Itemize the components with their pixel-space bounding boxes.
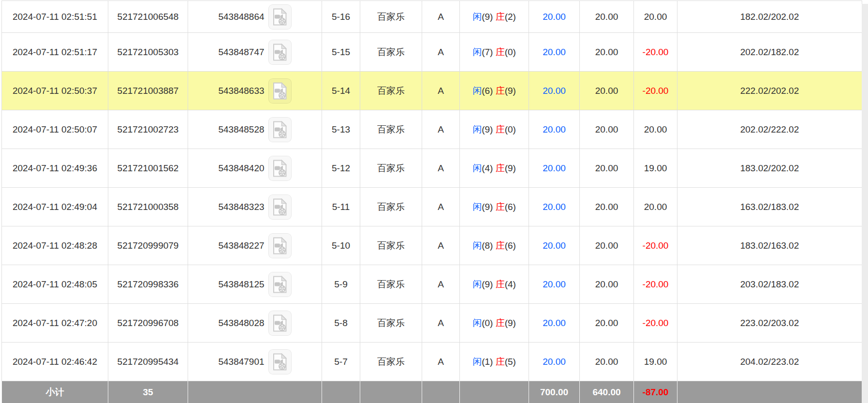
record-row[interactable]: 2024-07-11 02:47:20 521720996708 5438480…	[2, 304, 862, 343]
video-file-replay-icon	[272, 8, 288, 26]
video-file-replay-icon	[272, 82, 288, 100]
video-replay-button[interactable]	[268, 4, 292, 30]
subtotal-count: 35	[108, 381, 188, 403]
player-result-label: 闲	[472, 357, 482, 367]
round-id: 543848028	[218, 318, 264, 328]
scrollbar-track[interactable]	[862, 4, 868, 403]
table-no-cell: 5-14	[322, 72, 360, 110]
video-replay-button[interactable]	[268, 117, 292, 142]
video-replay-button[interactable]	[268, 40, 292, 65]
bet-time-cell: 2024-07-11 02:51:51	[2, 1, 108, 33]
video-file-replay-icon	[272, 121, 288, 138]
table-no-cell: 5-12	[322, 149, 360, 188]
table-no-cell: 5-16	[322, 1, 360, 33]
player-result-label: 闲	[472, 12, 482, 22]
banker-result-score: (9)	[505, 163, 516, 173]
winloss-cell: 19.00	[634, 343, 677, 381]
player-result-label: 闲	[472, 279, 482, 289]
bet-amount-link[interactable]: 20.00	[543, 47, 566, 57]
order-id-cell: 521721002723	[108, 110, 188, 149]
video-replay-button[interactable]	[268, 156, 292, 181]
valid-amount-cell: 20.00	[580, 188, 634, 226]
player-result-label: 闲	[472, 86, 482, 96]
banker-result-score: (6)	[505, 202, 516, 212]
record-row[interactable]: 2024-07-11 02:46:42 521720995434 5438479…	[2, 343, 862, 381]
video-replay-button[interactable]	[268, 194, 292, 220]
winloss-cell: 20.00	[634, 188, 677, 226]
winloss-cell: -20.00	[634, 72, 677, 110]
banker-result-label: 庄	[496, 12, 505, 22]
bet-time-cell: 2024-07-11 02:49:36	[2, 149, 108, 188]
player-result-score: (6)	[482, 86, 493, 96]
platform-tag-cell: A	[422, 110, 460, 149]
platform-tag-cell: A	[422, 1, 460, 33]
record-row[interactable]: 2024-07-11 02:50:07 521721002723 5438485…	[2, 110, 862, 149]
bet-amount-link[interactable]: 20.00	[543, 12, 566, 22]
banker-result-label: 庄	[496, 240, 505, 251]
record-row[interactable]: 2024-07-11 02:51:17 521721005303 5438487…	[2, 33, 862, 72]
result-cell: 闲(6) 庄(9)	[460, 72, 529, 110]
video-replay-button[interactable]	[268, 272, 292, 297]
record-row[interactable]: 2024-07-11 02:48:05 521720998336 5438481…	[2, 265, 862, 304]
round-id: 543848125	[218, 279, 264, 290]
round-cell: 543848028	[188, 304, 322, 343]
valid-amount-cell: 20.00	[580, 304, 634, 343]
game-type-cell: 百家乐	[360, 110, 422, 149]
bet-time-cell: 2024-07-11 02:50:37	[2, 72, 108, 110]
banker-result-label: 庄	[496, 47, 505, 57]
video-replay-button[interactable]	[268, 233, 292, 258]
bet-amount-link[interactable]: 20.00	[543, 357, 566, 367]
round-id: 543848864	[218, 12, 264, 22]
bet-amount-link[interactable]: 20.00	[543, 86, 566, 96]
bet-amount-link[interactable]: 20.00	[543, 279, 566, 289]
player-result-label: 闲	[472, 240, 482, 251]
subtotal-empty-tag	[422, 381, 460, 403]
record-row[interactable]: 2024-07-11 02:50:37 521721003887 5438486…	[2, 72, 862, 110]
game-type-cell: 百家乐	[360, 343, 422, 381]
video-replay-button[interactable]	[268, 78, 292, 104]
banker-result-score: (9)	[505, 86, 516, 96]
record-row[interactable]: 2024-07-11 02:48:28 521720999079 5438482…	[2, 226, 862, 265]
bet-amount-link[interactable]: 20.00	[543, 318, 566, 328]
balance-cell: 223.02/203.02	[677, 304, 862, 343]
table-no-cell: 5-13	[322, 110, 360, 149]
round-cell: 543848323	[188, 188, 322, 226]
round-id: 543848528	[218, 124, 264, 135]
player-result-label: 闲	[472, 124, 482, 134]
platform-tag-cell: A	[422, 343, 460, 381]
video-replay-button[interactable]	[268, 349, 292, 374]
player-result-score: (9)	[482, 202, 493, 212]
player-result-label: 闲	[472, 47, 482, 57]
bet-amount-link[interactable]: 20.00	[543, 163, 566, 173]
player-result-score: (9)	[482, 12, 493, 22]
video-file-replay-icon	[272, 276, 288, 293]
subtotal-row: 小计 35 700.00 640.00 -87.00	[2, 381, 862, 403]
order-id-cell: 521721003887	[108, 72, 188, 110]
winloss-cell: -20.00	[634, 265, 677, 304]
video-replay-button[interactable]	[268, 311, 292, 336]
balance-cell: 183.02/163.02	[677, 226, 862, 265]
video-file-replay-icon	[272, 314, 288, 332]
bet-amount-cell: 20.00	[529, 110, 580, 149]
record-row[interactable]: 2024-07-11 02:51:51 521721006548 5438488…	[2, 1, 862, 33]
balance-cell: 202.02/182.02	[677, 33, 862, 72]
balance-cell: 222.02/202.02	[677, 72, 862, 110]
bet-amount-link[interactable]: 20.00	[543, 124, 566, 134]
bet-amount-cell: 20.00	[529, 1, 580, 33]
round-id: 543848747	[218, 47, 264, 58]
record-row[interactable]: 2024-07-11 02:49:36 521721001562 5438484…	[2, 149, 862, 188]
bet-amount-link[interactable]: 20.00	[543, 240, 566, 251]
platform-tag-cell: A	[422, 33, 460, 72]
subtotal-valid-total: 640.00	[580, 381, 634, 403]
order-id-cell: 521721001562	[108, 149, 188, 188]
bet-amount-link[interactable]: 20.00	[543, 202, 566, 212]
record-row[interactable]: 2024-07-11 02:49:04 521721000358 5438483…	[2, 188, 862, 226]
bet-time-cell: 2024-07-11 02:47:20	[2, 304, 108, 343]
game-type-cell: 百家乐	[360, 304, 422, 343]
banker-result-score: (6)	[505, 240, 516, 251]
player-result-score: (7)	[482, 47, 493, 57]
result-cell: 闲(9) 庄(2)	[460, 1, 529, 33]
round-cell: 543848420	[188, 149, 322, 188]
bet-amount-cell: 20.00	[529, 72, 580, 110]
banker-result-score: (2)	[505, 12, 516, 22]
